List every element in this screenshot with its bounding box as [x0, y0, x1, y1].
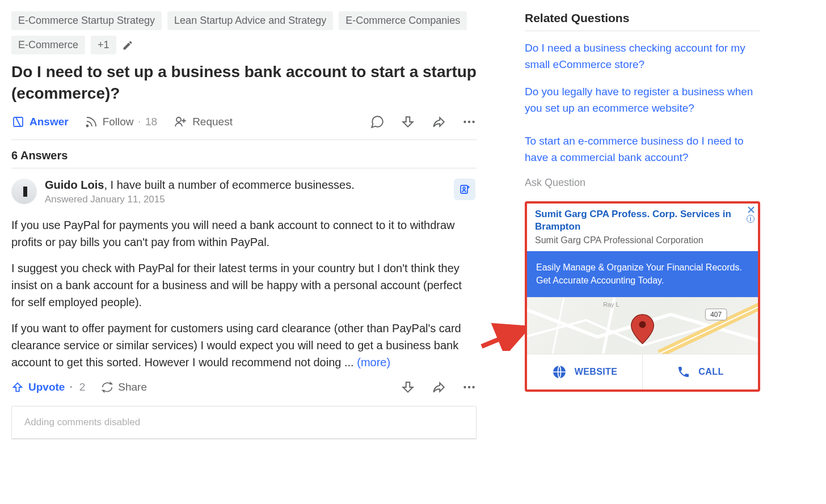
- pencil-icon: [122, 40, 133, 51]
- ask-question-link[interactable]: Ask Question: [525, 177, 760, 189]
- related-question-link[interactable]: To start an e-commerce business do I nee…: [525, 133, 760, 166]
- map-pin-icon: [631, 315, 654, 344]
- comment-icon: [370, 115, 385, 129]
- upvote-button[interactable]: Upvote · 2: [11, 381, 85, 393]
- svg-point-1: [86, 125, 88, 126]
- svg-point-7: [463, 187, 465, 189]
- person-plus-icon: [458, 183, 471, 196]
- ad-banner-text: Easily Manage & Organize Your Financial …: [527, 251, 758, 297]
- more-icon: [462, 115, 477, 129]
- ad-container: i Sumit Garg CPA Profess. Corp. Services…: [525, 201, 760, 392]
- ad-button-row: WEBSITE CALL: [527, 354, 758, 389]
- upvote-count: 2: [79, 381, 86, 393]
- svg-text:Ray L: Ray L: [603, 301, 619, 308]
- ad-subtitle: Sumit Garg CPA Professional Corporation: [535, 235, 750, 245]
- topic-tag-row-2: E-Commerce +1: [11, 36, 477, 54]
- svg-point-3: [463, 120, 466, 122]
- author-credential: , I have built a number of ecommerce bus…: [104, 179, 354, 191]
- edit-topics-button[interactable]: [122, 40, 133, 51]
- answer-paragraph: If you use PayPal for payments you will …: [11, 217, 477, 251]
- read-more-link[interactable]: (more): [357, 356, 390, 369]
- request-button[interactable]: Request: [173, 115, 233, 129]
- author-name[interactable]: Guido Lois: [45, 179, 104, 191]
- answer-date[interactable]: Answered January 11, 2015: [45, 194, 355, 205]
- answer-header: Guido Lois, I have built a number of eco…: [11, 179, 477, 205]
- topic-tag[interactable]: E-Commerce: [11, 36, 85, 54]
- svg-point-5: [472, 120, 474, 122]
- downvote-button[interactable]: [401, 115, 415, 129]
- ad-website-button[interactable]: WEBSITE: [527, 354, 642, 389]
- ad-website-label: WEBSITE: [575, 367, 618, 377]
- follow-button[interactable]: Follow · 18: [85, 115, 158, 129]
- svg-text:407: 407: [710, 311, 722, 319]
- answers-count-heading: 6 Answers: [11, 149, 477, 162]
- close-icon: [748, 206, 755, 213]
- answer-action-bar: Upvote · 2 Share: [11, 380, 477, 395]
- annotation-arrow-icon: [479, 323, 530, 351]
- question-action-bar: Answer Follow · 18 Request: [11, 115, 477, 140]
- svg-point-8: [463, 386, 466, 388]
- answer-label: Answer: [30, 116, 69, 128]
- comment-button[interactable]: [370, 115, 385, 129]
- svg-point-10: [472, 386, 474, 388]
- question-title: Do I need to set up a business bank acco…: [11, 61, 477, 104]
- share-arrow-button[interactable]: [431, 115, 446, 129]
- share-button[interactable]: Share: [101, 381, 147, 393]
- ad-info-button[interactable]: i: [747, 215, 755, 223]
- recycle-share-icon: [101, 381, 113, 393]
- follow-icon: [85, 115, 98, 129]
- share-arrow-icon: [431, 115, 446, 129]
- ad-map[interactable]: Ray L 407: [527, 297, 758, 354]
- follow-count: 18: [145, 116, 157, 128]
- upvote-label: Upvote: [28, 381, 65, 393]
- answer-icon: [11, 115, 25, 129]
- more-answer-options-button[interactable]: [462, 380, 477, 395]
- divider: [11, 439, 477, 439]
- divider: [525, 31, 760, 31]
- topic-tag[interactable]: E-Commerce Companies: [339, 11, 467, 30]
- follow-label: Follow: [103, 116, 134, 128]
- answer-meta: Guido Lois, I have built a number of eco…: [45, 179, 355, 205]
- upvote-icon: [11, 381, 24, 393]
- related-question-link[interactable]: Do you legally have to register a busine…: [525, 84, 760, 116]
- svg-point-14: [639, 321, 646, 328]
- topic-tag[interactable]: Lean Startup Advice and Strategy: [167, 11, 333, 30]
- share-arrow-answer-button[interactable]: [431, 380, 446, 395]
- downvote-icon: [401, 380, 415, 395]
- secondary-actions: [370, 115, 477, 129]
- phone-icon: [677, 365, 690, 379]
- answer-button[interactable]: Answer: [11, 115, 69, 129]
- svg-point-9: [468, 386, 470, 388]
- more-options-button[interactable]: [462, 115, 477, 129]
- answer-body: If you use PayPal for payments you will …: [11, 217, 477, 371]
- request-icon: [173, 115, 188, 129]
- follow-author-button[interactable]: [454, 179, 475, 200]
- answer-paragraph: If you want to offer payment for custome…: [11, 320, 477, 371]
- svg-point-2: [176, 117, 181, 122]
- comments-disabled-box: Adding comments disabled: [11, 406, 477, 439]
- related-questions-heading: Related Questions: [525, 11, 760, 25]
- sidebar: Related Questions Do I need a business c…: [525, 11, 760, 450]
- ad-call-button[interactable]: CALL: [642, 354, 758, 389]
- request-label: Request: [192, 116, 233, 128]
- topic-tag-row: E-Commerce Startup Strategy Lean Startup…: [11, 11, 477, 30]
- more-icon: [462, 380, 477, 395]
- share-arrow-icon: [431, 380, 446, 395]
- divider: [11, 168, 477, 168]
- ad-title[interactable]: Sumit Garg CPA Profess. Corp. Services i…: [535, 208, 750, 233]
- route-shield-icon: 407: [705, 309, 727, 320]
- author-avatar[interactable]: [11, 179, 37, 204]
- primary-actions: Answer Follow · 18 Request: [11, 115, 233, 129]
- main-content: E-Commerce Startup Strategy Lean Startup…: [11, 11, 477, 450]
- ad-close-button[interactable]: [748, 206, 755, 215]
- globe-icon: [552, 365, 567, 379]
- share-label: Share: [118, 381, 147, 393]
- answer-paragraph: I suggest you check with PayPal for thei…: [11, 260, 477, 311]
- more-topics-tag[interactable]: +1: [91, 36, 116, 54]
- related-question-link[interactable]: Do I need a business checking account fo…: [525, 40, 760, 73]
- downvote-answer-button[interactable]: [401, 380, 415, 395]
- topic-tag[interactable]: E-Commerce Startup Strategy: [11, 11, 162, 30]
- ad-header: i Sumit Garg CPA Profess. Corp. Services…: [527, 204, 758, 251]
- ad-call-label: CALL: [698, 367, 723, 377]
- svg-point-4: [468, 120, 470, 122]
